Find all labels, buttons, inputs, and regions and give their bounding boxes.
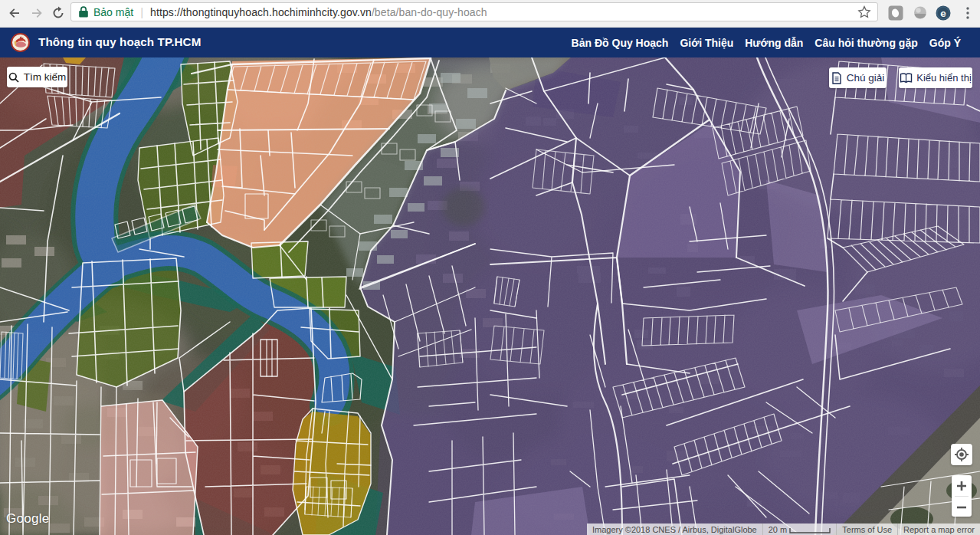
svg-text:e: e	[940, 8, 946, 19]
